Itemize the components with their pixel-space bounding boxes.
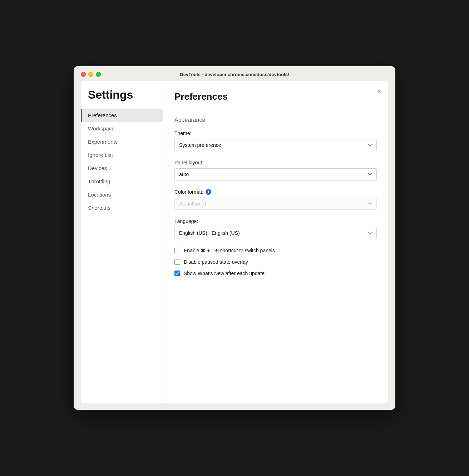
sidebar-item-locations[interactable]: Locations xyxy=(81,188,163,201)
checkbox-paused-overlay: Disable paused state overlay xyxy=(174,259,377,265)
appearance-heading: Appearance xyxy=(174,117,377,123)
maximize-traffic-light[interactable] xyxy=(96,72,101,77)
sidebar-item-ignore-list[interactable]: Ignore List xyxy=(81,148,163,162)
checkbox-switch-panels: Enable ⌘ + 1-9 shortcut to switch panels xyxy=(174,248,377,253)
color-format-group: Color format: i As authored HEX RGB HSL xyxy=(174,189,377,210)
paused-overlay-checkbox[interactable] xyxy=(174,259,180,265)
language-group: Language: English (US) - English (US) Fr… xyxy=(174,218,377,239)
minimize-traffic-light[interactable] xyxy=(88,72,93,77)
close-button[interactable]: × xyxy=(376,87,382,96)
whats-new-checkbox[interactable] xyxy=(174,271,180,276)
main-content: Preferences Appearance Theme: System pre… xyxy=(163,81,388,403)
whats-new-label[interactable]: Show What's New after each update xyxy=(184,271,265,276)
paused-overlay-label[interactable]: Disable paused state overlay xyxy=(184,259,248,265)
sidebar-item-experiments[interactable]: Experiments xyxy=(81,135,163,148)
panel-layout-label: Panel layout: xyxy=(174,160,377,165)
browser-title: DevTools - developer.chrome.com/docs/dev… xyxy=(180,72,289,77)
color-format-info-icon[interactable]: i xyxy=(206,189,211,195)
settings-dialog: × Settings Preferences Workspace Experim… xyxy=(81,81,388,403)
title-bar: DevTools - developer.chrome.com/docs/dev… xyxy=(74,66,395,81)
switch-panels-checkbox[interactable] xyxy=(174,248,180,253)
panel-layout-group: Panel layout: auto horizontal vertical xyxy=(174,160,377,180)
theme-group: Theme: System preference Light Dark xyxy=(174,130,377,151)
sidebar-item-workspace[interactable]: Workspace xyxy=(81,122,163,135)
language-label: Language: xyxy=(174,218,377,224)
close-traffic-light[interactable] xyxy=(81,72,86,77)
theme-label: Theme: xyxy=(174,130,377,136)
page-title: Preferences xyxy=(174,91,377,102)
browser-window: DevTools - developer.chrome.com/docs/dev… xyxy=(74,66,395,410)
traffic-lights xyxy=(81,72,101,77)
color-format-label: Color format: i xyxy=(174,189,377,195)
settings-title: Settings xyxy=(81,88,163,109)
language-select[interactable]: English (US) - English (US) French - Fra… xyxy=(174,227,377,239)
checkbox-whats-new: Show What's New after each update xyxy=(174,271,377,276)
sidebar-item-devices[interactable]: Devices xyxy=(81,162,163,175)
sidebar-item-throttling[interactable]: Throttling xyxy=(81,175,163,188)
dialog-body: Settings Preferences Workspace Experimen… xyxy=(81,81,388,403)
switch-panels-label[interactable]: Enable ⌘ + 1-9 shortcut to switch panels xyxy=(184,248,275,253)
color-format-select[interactable]: As authored HEX RGB HSL xyxy=(174,198,377,210)
divider xyxy=(174,108,377,108)
sidebar: Settings Preferences Workspace Experimen… xyxy=(81,81,163,403)
panel-layout-select[interactable]: auto horizontal vertical xyxy=(174,168,377,180)
sidebar-item-preferences[interactable]: Preferences xyxy=(81,109,163,122)
theme-select[interactable]: System preference Light Dark xyxy=(174,139,377,151)
sidebar-item-shortcuts[interactable]: Shortcuts xyxy=(81,201,163,214)
